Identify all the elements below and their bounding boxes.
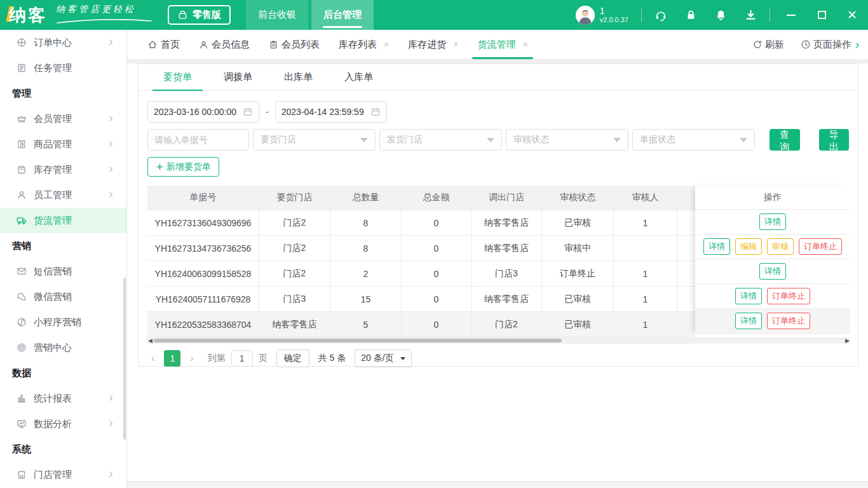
订单终止-button[interactable]: 订单终止 xyxy=(767,313,810,329)
sidebar-section-营销: 营销 xyxy=(0,233,126,259)
sidebar-item-label: 商品管理 xyxy=(34,139,72,151)
goto-page-input[interactable] xyxy=(231,350,253,367)
订单终止-button[interactable]: 订单终止 xyxy=(767,288,810,304)
page-tab-会员信息[interactable]: 会员信息 xyxy=(194,30,255,59)
horizontal-scrollbar[interactable]: ◀ ▶ xyxy=(147,337,850,344)
filter-selects: 要货门店发货门店审核状态单据状态 xyxy=(249,129,755,151)
scroll-left-arrow[interactable]: ◀ xyxy=(148,337,153,344)
next-page-button[interactable]: › xyxy=(186,353,197,364)
sidebar-item-微信营销[interactable]: 微信营销 xyxy=(0,284,126,309)
详情-button[interactable]: 详情 xyxy=(735,313,762,329)
close-icon[interactable]: × xyxy=(522,39,527,50)
sidebar-item-商品管理[interactable]: 商品管理 xyxy=(0,132,126,157)
详情-button[interactable]: 详情 xyxy=(703,238,730,255)
sidebar-item-统计报表[interactable]: 统计报表 xyxy=(0,386,126,411)
close-button[interactable]: ✕ xyxy=(846,10,858,21)
add-order-button[interactable]: 新增要货单 xyxy=(147,157,219,177)
table-cell: 8 xyxy=(330,210,402,235)
active-underline xyxy=(323,26,362,28)
subtab-调拨单[interactable]: 调拨单 xyxy=(208,64,268,90)
page-size-select[interactable]: 20 条/页 xyxy=(355,349,411,367)
sidebar-item-任务管理[interactable]: 任务管理 xyxy=(0,55,126,81)
date-end-picker[interactable] xyxy=(275,101,387,123)
sidebar-item-label: 会员管理 xyxy=(34,113,72,125)
sidebar-item-短信营销[interactable]: 短信营销 xyxy=(0,259,126,284)
close-icon[interactable]: × xyxy=(384,39,389,50)
page-tab-首页[interactable]: 首页 xyxy=(142,30,185,59)
sidebar-item-数据分析[interactable]: 数据分析 xyxy=(0,411,126,437)
edition-button[interactable]: 零售版 xyxy=(168,5,231,25)
page-tab-库存进货[interactable]: 库存进货× xyxy=(403,30,463,59)
sidebar-item-库存管理[interactable]: 库存管理 xyxy=(0,157,126,182)
avatar[interactable] xyxy=(576,6,595,25)
subtab-出库单[interactable]: 出库单 xyxy=(268,64,329,90)
mode-tab-后台管理[interactable]: 后台管理 xyxy=(311,0,374,30)
minimize-button[interactable] xyxy=(785,10,797,21)
table-header-cell: 要货门店 xyxy=(259,186,330,210)
total-count: 共 5 条 xyxy=(318,353,346,364)
mode-tab-前台收银[interactable]: 前台收银 xyxy=(246,0,308,30)
chevron-right-icon xyxy=(107,393,115,404)
bell-icon[interactable] xyxy=(715,9,727,21)
select-发货门店[interactable]: 发货门店 xyxy=(379,129,502,151)
详情-button[interactable]: 详情 xyxy=(735,288,762,304)
sidebar-item-员工管理[interactable]: 员工管理 xyxy=(0,182,126,208)
maximize-button[interactable] xyxy=(816,10,827,21)
date-start-picker[interactable] xyxy=(147,101,259,123)
sidebar-item-门店管理[interactable]: 门店管理 xyxy=(0,462,126,487)
subtab-入库单[interactable]: 入库单 xyxy=(329,64,389,90)
support-icon[interactable] xyxy=(654,9,667,22)
export-button[interactable]: 导出 xyxy=(819,129,850,151)
scroll-right-arrow[interactable]: ▶ xyxy=(845,337,850,344)
sidebar-item-label: 统计报表 xyxy=(34,393,72,405)
sidebar-scrollbar[interactable] xyxy=(123,278,126,440)
goto-confirm-button[interactable]: 确定 xyxy=(276,349,309,367)
order-no-input[interactable] xyxy=(147,129,249,151)
close-icon[interactable]: × xyxy=(453,39,458,50)
refresh-icon xyxy=(752,39,763,50)
table-cell: 0 xyxy=(402,210,471,235)
lock-icon[interactable] xyxy=(685,9,697,21)
date-end-input[interactable] xyxy=(281,107,369,117)
date-start-input[interactable] xyxy=(154,107,241,117)
select-要货门店[interactable]: 要货门店 xyxy=(253,129,376,151)
select-审核状态[interactable]: 审核状态 xyxy=(506,129,628,151)
sidebar-item-货流管理[interactable]: 货流管理 xyxy=(0,208,126,233)
download-icon[interactable] xyxy=(745,9,757,21)
sidebar-section-管理: 管理 xyxy=(0,81,126,106)
table-cell: 已审核 xyxy=(542,312,614,337)
sidebar-item-label: 数据分析 xyxy=(34,418,72,430)
page-tab-会员列表[interactable]: 会员列表 xyxy=(264,30,325,59)
sidebar-menu: 订单中心任务管理管理会员管理商品管理库存管理员工管理货流管理营销短信营销微信营销… xyxy=(0,30,126,487)
chevron-right-icon xyxy=(107,114,115,125)
user-block[interactable]: 1 v2.0.0.37 xyxy=(576,6,628,25)
编辑-button[interactable]: 编辑 xyxy=(735,238,762,255)
详情-button[interactable]: 详情 xyxy=(759,214,786,230)
current-page-button[interactable]: 1 xyxy=(164,350,180,367)
table-cell: 纳客零售店 xyxy=(471,236,542,261)
chevron-right-icon xyxy=(107,37,115,48)
page-tab-label: 库存进货 xyxy=(408,39,446,51)
prev-page-button[interactable]: ‹ xyxy=(147,353,158,364)
page-ops-button[interactable]: 页面操作 › xyxy=(801,39,859,51)
search-button[interactable]: 查询 xyxy=(770,129,800,151)
user-meta: 1 v2.0.0.37 xyxy=(600,6,628,24)
select-单据状态[interactable]: 单据状态 xyxy=(632,129,755,151)
globe-icon xyxy=(17,37,27,48)
table-cell: 门店2 xyxy=(259,236,330,261)
table-cell xyxy=(677,236,695,261)
scrollbar-thumb[interactable] xyxy=(154,339,562,342)
calendar-icon xyxy=(370,107,381,117)
sidebar-item-小程序营销[interactable]: 小程序营销 xyxy=(0,309,126,335)
订单终止-button[interactable]: 订单终止 xyxy=(799,238,842,255)
sidebar-item-营销中心[interactable]: 营销中心 xyxy=(0,335,126,360)
page-tab-库存列表[interactable]: 库存列表× xyxy=(334,30,394,59)
refresh-button[interactable]: 刷新 xyxy=(752,39,784,51)
page-tab-货流管理[interactable]: 货流管理× xyxy=(472,30,532,59)
sidebar-item-订单中心[interactable]: 订单中心 xyxy=(0,30,126,55)
sidebar-item-会员管理[interactable]: 会员管理 xyxy=(0,106,126,132)
审核-button[interactable]: 审核 xyxy=(767,238,794,255)
table-row: YH16220532583368704纳客零售店50门店2已审核120 xyxy=(147,312,695,337)
subtab-要货单[interactable]: 要货单 xyxy=(147,64,208,90)
详情-button[interactable]: 详情 xyxy=(759,263,786,280)
